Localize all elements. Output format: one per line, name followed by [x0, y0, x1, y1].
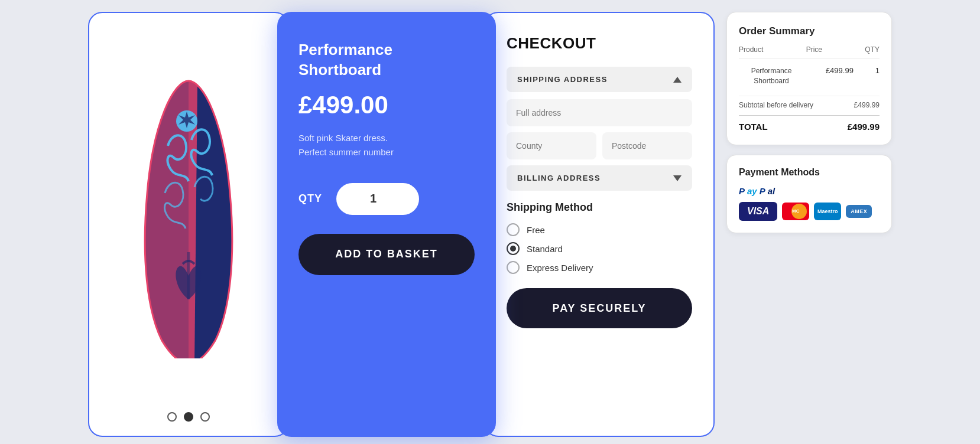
product-name: Performance Shortboard	[298, 40, 475, 80]
shipping-option-free[interactable]: Free	[507, 223, 692, 236]
carousel-dot-3[interactable]	[200, 412, 210, 422]
radio-express[interactable]	[507, 261, 520, 274]
maestro-logo: Maestro	[814, 203, 841, 220]
card-logos: VISA MC Maestro AMEX	[739, 202, 880, 221]
qty-input[interactable]	[336, 183, 419, 215]
checkout-card: CHECKOUT SHIPPING ADDRESS BILLING ADDRES…	[484, 12, 715, 437]
county-input[interactable]	[507, 132, 596, 159]
carousel-dot-1[interactable]	[167, 412, 177, 422]
full-address-input[interactable]	[507, 99, 692, 126]
amex-logo: AMEX	[846, 205, 872, 218]
payment-methods-title: Payment Methods	[739, 167, 880, 178]
payment-methods-card: Payment Methods PayPal VISA MC Maestro A…	[726, 155, 892, 233]
billing-address-header[interactable]: BILLING ADDRESS	[507, 165, 692, 191]
radio-free[interactable]	[507, 223, 520, 236]
product-detail-card: Performance Shortboard £499.00 Soft pink…	[277, 12, 496, 437]
radio-standard-inner	[510, 246, 516, 252]
carousel-dots	[167, 412, 210, 422]
subtotal-value: £499.99	[854, 101, 880, 109]
subtotal-label: Subtotal before delivery	[739, 101, 813, 109]
order-summary-card: Order Summary Product Price QTY Performa…	[726, 12, 892, 145]
col-qty: QTY	[865, 45, 880, 54]
visa-logo: VISA	[739, 202, 777, 221]
order-item-qty: 1	[875, 66, 880, 75]
shipping-address-toggle-icon	[673, 77, 682, 83]
billing-address-label: BILLING ADDRESS	[517, 174, 601, 182]
order-item-name: Performance Shortboard	[739, 66, 804, 86]
order-item-price: £499.99	[826, 66, 854, 75]
right-panel: Order Summary Product Price QTY Performa…	[726, 12, 892, 437]
paypal-logo: PayPal	[739, 186, 880, 196]
qty-row: QTY	[298, 183, 475, 215]
shipping-option-standard[interactable]: Standard	[507, 242, 692, 255]
mastercard-logo: MC	[782, 203, 809, 220]
shipping-address-label: SHIPPING ADDRESS	[517, 75, 608, 84]
radio-standard[interactable]	[507, 242, 520, 255]
pay-securely-button[interactable]: PAY SECURELY	[507, 288, 692, 328]
order-summary-title: Order Summary	[739, 25, 880, 37]
total-row: TOTAL £499.99	[739, 115, 880, 132]
postcode-input[interactable]	[602, 132, 692, 159]
qty-label: QTY	[298, 192, 322, 205]
product-image	[138, 31, 239, 403]
product-image-card	[88, 12, 289, 437]
product-description: Soft pink Skater dress. Perfect summer n…	[298, 131, 475, 159]
order-summary-header: Product Price QTY	[739, 45, 880, 59]
add-to-basket-button[interactable]: ADD TO BASKET	[298, 234, 475, 275]
shipping-method-title: Shipping Method	[507, 201, 692, 214]
checkout-title: CHECKOUT	[507, 34, 692, 53]
total-label: TOTAL	[739, 122, 768, 132]
total-value: £499.99	[848, 122, 880, 132]
shipping-address-header[interactable]: SHIPPING ADDRESS	[507, 67, 692, 92]
shipping-option-express[interactable]: Express Delivery	[507, 261, 692, 274]
col-price: Price	[806, 45, 822, 54]
col-product: Product	[739, 45, 763, 54]
shipping-options: Free Standard Express Delivery	[507, 223, 692, 274]
order-item-row: Performance Shortboard £499.99 1	[739, 66, 880, 86]
carousel-dot-2[interactable]	[184, 412, 193, 422]
subtotal-row: Subtotal before delivery £499.99	[739, 96, 880, 109]
product-price: £499.00	[298, 91, 475, 119]
billing-address-toggle-icon	[673, 175, 682, 181]
